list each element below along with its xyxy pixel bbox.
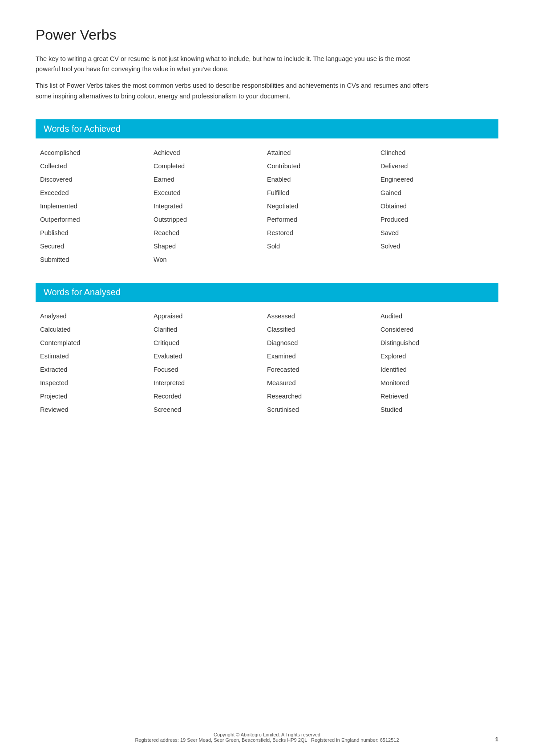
word-item: Delivered bbox=[380, 161, 494, 171]
word-item: Performed bbox=[267, 214, 380, 225]
page-title: Power Verbs bbox=[36, 27, 498, 43]
word-item: Published bbox=[40, 228, 154, 238]
word-item: Enabled bbox=[267, 174, 380, 185]
word-item: Forecasted bbox=[267, 364, 380, 375]
word-item: Extracted bbox=[40, 364, 154, 375]
word-item: Examined bbox=[267, 351, 380, 362]
word-item: Produced bbox=[380, 214, 494, 225]
word-item: Classified bbox=[267, 324, 380, 335]
word-item: Obtained bbox=[380, 201, 494, 211]
word-item: Evaluated bbox=[154, 351, 267, 362]
word-item: Assessed bbox=[267, 311, 380, 321]
footer: Copyright © Abintegro Limited. All right… bbox=[0, 732, 534, 743]
word-item: Earned bbox=[154, 174, 267, 185]
word-item: Distinguished bbox=[380, 337, 494, 348]
word-item: Implemented bbox=[40, 201, 154, 211]
word-item: Estimated bbox=[40, 351, 154, 362]
word-item: Calculated bbox=[40, 324, 154, 335]
word-item: Won bbox=[154, 254, 267, 265]
word-item: Executed bbox=[154, 187, 267, 198]
word-item: Achieved bbox=[154, 147, 267, 158]
section-header-analysed: Words for Analysed bbox=[36, 283, 498, 302]
word-item: Gained bbox=[380, 187, 494, 198]
intro-paragraph-1: The key to writing a great CV or resume … bbox=[36, 54, 436, 74]
section-analysed: Words for AnalysedAnalysedAppraisedAsses… bbox=[36, 283, 498, 415]
word-item: Discovered bbox=[40, 174, 154, 185]
word-item: Monitored bbox=[380, 378, 494, 388]
footer-copyright: Copyright © Abintegro Limited. All right… bbox=[0, 732, 534, 737]
word-item: Analysed bbox=[40, 311, 154, 321]
word-item: Engineered bbox=[380, 174, 494, 185]
word-item: Completed bbox=[154, 161, 267, 171]
section-header-achieved: Words for Achieved bbox=[36, 119, 498, 138]
word-item: Appraised bbox=[154, 311, 267, 321]
word-item: Reviewed bbox=[40, 404, 154, 415]
words-grid-achieved: AccomplishedAchievedAttainedClinchedColl… bbox=[36, 147, 498, 265]
word-item: Reached bbox=[154, 228, 267, 238]
word-item: Screened bbox=[154, 404, 267, 415]
word-item: Restored bbox=[267, 228, 380, 238]
word-item: Saved bbox=[380, 228, 494, 238]
word-item: Shaped bbox=[154, 241, 267, 252]
sections-container: Words for AchievedAccomplishedAchievedAt… bbox=[36, 119, 498, 415]
word-item: Solved bbox=[380, 241, 494, 252]
word-item: Attained bbox=[267, 147, 380, 158]
page-number: 1 bbox=[495, 736, 498, 743]
footer-registered: Registered address: 19 Seer Mead, Seer G… bbox=[0, 737, 534, 743]
word-item: Diagnosed bbox=[267, 337, 380, 348]
intro-paragraph-2: This list of Power Verbs takes the most … bbox=[36, 81, 436, 101]
word-item: Exceeded bbox=[40, 187, 154, 198]
word-item: Fulfilled bbox=[267, 187, 380, 198]
word-item: Recorded bbox=[154, 391, 267, 402]
word-item: Audited bbox=[380, 311, 494, 321]
word-item: Integrated bbox=[154, 201, 267, 211]
word-item: Outstripped bbox=[154, 214, 267, 225]
word-item: Negotiated bbox=[267, 201, 380, 211]
word-item: Researched bbox=[267, 391, 380, 402]
word-item: Critiqued bbox=[154, 337, 267, 348]
word-item: Submitted bbox=[40, 254, 154, 265]
word-item: Interpreted bbox=[154, 378, 267, 388]
section-achieved: Words for AchievedAccomplishedAchievedAt… bbox=[36, 119, 498, 265]
word-item: Accomplished bbox=[40, 147, 154, 158]
word-item: Considered bbox=[380, 324, 494, 335]
word-item: Identified bbox=[380, 364, 494, 375]
word-item: Studied bbox=[380, 404, 494, 415]
word-item: Projected bbox=[40, 391, 154, 402]
word-item: Measured bbox=[267, 378, 380, 388]
words-grid-analysed: AnalysedAppraisedAssessedAuditedCalculat… bbox=[36, 311, 498, 415]
word-item: Focused bbox=[154, 364, 267, 375]
word-item: Outperformed bbox=[40, 214, 154, 225]
word-item: Clarified bbox=[154, 324, 267, 335]
word-item: Clinched bbox=[380, 147, 494, 158]
word-item: Explored bbox=[380, 351, 494, 362]
word-item: Contributed bbox=[267, 161, 380, 171]
word-item: Sold bbox=[267, 241, 380, 252]
word-item: Retrieved bbox=[380, 391, 494, 402]
word-item: Collected bbox=[40, 161, 154, 171]
word-item: Scrutinised bbox=[267, 404, 380, 415]
word-item: Contemplated bbox=[40, 337, 154, 348]
word-item: Inspected bbox=[40, 378, 154, 388]
word-item: Secured bbox=[40, 241, 154, 252]
